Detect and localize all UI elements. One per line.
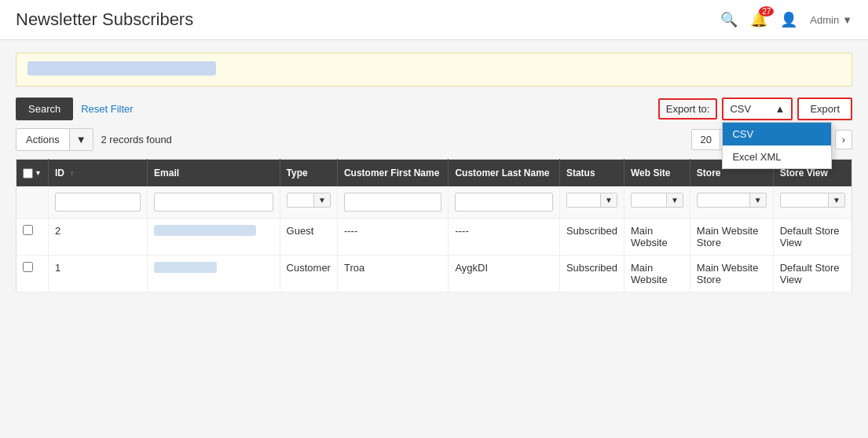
row1-store-view: Default Store View [773, 219, 852, 256]
user-menu[interactable]: Admin ▼ [810, 14, 852, 26]
actions-arrow-icon[interactable]: ▼ [69, 129, 93, 150]
filter-store-select[interactable]: ▼ [697, 193, 767, 208]
row1-last-name: ---- [449, 219, 559, 256]
filter-status-value [567, 198, 600, 203]
th-checkbox-arrow[interactable]: ▼ [35, 169, 42, 177]
notification-badge: 27 [759, 6, 774, 17]
filter-store-view-select[interactable]: ▼ [780, 193, 845, 208]
th-type-label: Type [287, 167, 308, 179]
row1-id: 2 [48, 219, 147, 256]
search-icon[interactable]: 🔍 [720, 11, 738, 28]
filter-website-cell: ▼ [624, 186, 690, 219]
filter-last-name-input[interactable] [455, 193, 552, 212]
th-first-name-label: Customer First Name [344, 167, 439, 179]
th-store-label: Store [697, 167, 721, 179]
filter-website-value [632, 198, 666, 203]
filter-row: ▼ ▼ ▼ [16, 186, 852, 219]
notification-bar [16, 53, 852, 86]
row2-website: Main Website [624, 256, 690, 293]
filter-type-select[interactable]: ▼ [287, 193, 331, 208]
filter-store-arrow-icon: ▼ [749, 193, 766, 207]
row1-first-name: ---- [337, 219, 448, 256]
search-button[interactable]: Search [16, 98, 73, 120]
row2-last-name: AygkDI [449, 256, 559, 293]
notification-text [27, 61, 216, 75]
export-format-dropdown[interactable]: CSV ▲ CSV Excel XML [722, 98, 793, 120]
per-page-value: 20 [692, 130, 719, 149]
th-first-name: Customer First Name [337, 160, 448, 187]
row2-store: Main Website Store [690, 256, 773, 293]
export-to-label: Export to: [658, 98, 718, 120]
filter-checkbox-cell [16, 186, 49, 219]
chevron-up-icon: ▲ [775, 103, 786, 115]
filter-store-view-cell: ▼ [773, 186, 852, 219]
th-store-view-label: Store View [780, 167, 828, 179]
filter-store-view-arrow-icon: ▼ [828, 193, 844, 207]
filter-first-name-input[interactable] [344, 193, 441, 212]
th-status: Status [559, 160, 624, 187]
filter-store-view-value [781, 198, 828, 203]
user-icon[interactable]: 👤 [780, 11, 797, 28]
filter-website-select[interactable]: ▼ [631, 193, 683, 208]
table-row: 2 Guest ---- ---- Subscribed Main Websit… [16, 219, 852, 256]
export-options-menu: CSV Excel XML [722, 122, 832, 169]
export-option-csv[interactable]: CSV [723, 123, 831, 145]
th-last-name: Customer Last Name [449, 160, 559, 187]
row1-email-blurred [154, 225, 256, 236]
filter-last-name-cell [449, 186, 559, 219]
filter-status-arrow-icon: ▼ [600, 193, 617, 207]
actions-dropdown[interactable]: Actions ▼ [16, 128, 93, 151]
page-title: Newsletter Subscribers [16, 9, 193, 30]
sort-icon[interactable]: ↑ [70, 169, 74, 178]
filter-id-input[interactable] [55, 193, 141, 212]
filter-type-arrow-icon: ▼ [313, 193, 330, 207]
filter-status-cell: ▼ [559, 186, 624, 219]
filter-type-cell: ▼ [280, 186, 337, 219]
th-email-label: Email [154, 167, 179, 179]
row1-checkbox-cell [16, 219, 49, 256]
export-button[interactable]: Export [797, 98, 852, 120]
main-content: Search Reset Filter Export to: CSV ▲ CSV… [0, 40, 868, 305]
filter-email-cell [148, 186, 280, 219]
export-select[interactable]: CSV ▲ [722, 98, 793, 120]
row2-email [148, 256, 280, 293]
filter-type-value [288, 198, 313, 203]
row1-store: Main Website Store [690, 219, 773, 256]
row2-type: Customer [280, 256, 337, 293]
row1-checkbox[interactable] [23, 225, 33, 235]
row1-status: Subscribed [559, 219, 624, 256]
filter-first-name-cell [337, 186, 448, 219]
toolbar: Search Reset Filter Export to: CSV ▲ CSV… [16, 98, 852, 120]
next-page-button[interactable]: › [835, 130, 852, 149]
row2-checkbox-cell [16, 256, 49, 293]
bell-icon[interactable]: 🔔 27 [750, 11, 767, 28]
row1-website: Main Website [624, 219, 690, 256]
actions-label: Actions [16, 129, 69, 150]
export-area: Export to: CSV ▲ CSV Excel XML Export [658, 98, 852, 120]
reset-filter-button[interactable]: Reset Filter [81, 103, 133, 115]
records-count: 2 records found [101, 134, 172, 145]
row1-type: Guest [280, 219, 337, 256]
export-value: CSV [730, 103, 751, 115]
select-all-checkbox[interactable] [23, 168, 33, 179]
th-id-label: ID [55, 167, 64, 179]
th-checkbox: ▼ [16, 160, 49, 187]
row2-store-view: Default Store View [773, 256, 852, 293]
filter-status-select[interactable]: ▼ [566, 193, 617, 208]
row1-email [148, 219, 280, 256]
user-name: Admin [810, 14, 839, 26]
chevron-down-icon: ▼ [842, 14, 852, 26]
th-id: ID ↑ [48, 160, 147, 187]
th-website: Web Site [624, 160, 690, 187]
filter-id-cell [48, 186, 147, 219]
th-website-label: Web Site [631, 167, 670, 179]
row2-id: 1 [48, 256, 147, 293]
th-last-name-label: Customer Last Name [455, 167, 549, 179]
filter-store-value [698, 198, 749, 203]
table-body: 2 Guest ---- ---- Subscribed Main Websit… [16, 219, 852, 293]
th-type: Type [280, 160, 337, 187]
row2-checkbox[interactable] [23, 262, 33, 272]
header: Newsletter Subscribers 🔍 🔔 27 👤 Admin ▼ [0, 0, 868, 40]
export-option-excel[interactable]: Excel XML [723, 145, 831, 168]
filter-email-input[interactable] [154, 193, 273, 212]
